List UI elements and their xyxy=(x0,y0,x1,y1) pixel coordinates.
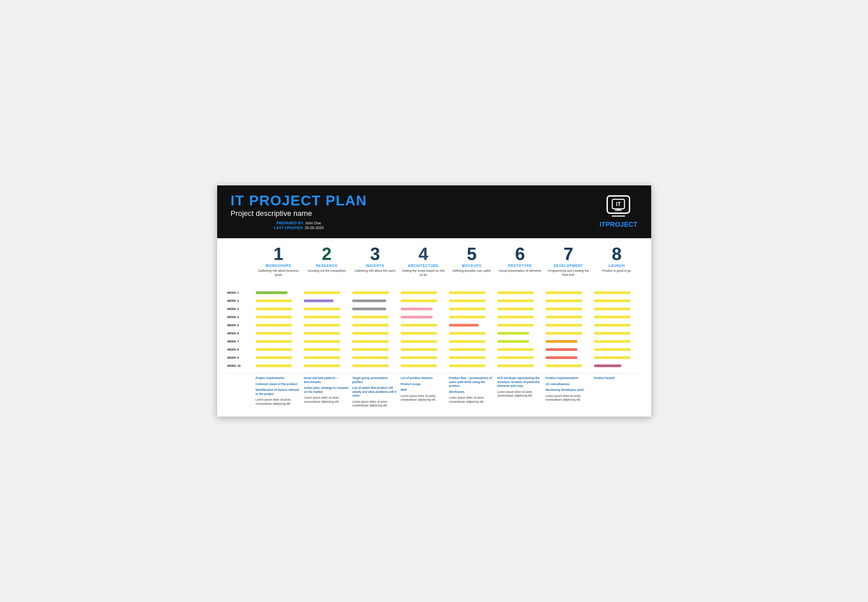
gantt-cell-10-4 xyxy=(399,364,448,368)
gantt-cell-3-1 xyxy=(255,307,303,311)
deliverables-col-1: Project requirements Coherent vision of … xyxy=(255,376,303,410)
deliverable-5-2: Wireframes xyxy=(449,390,495,394)
gantt-cell-9-6 xyxy=(496,356,544,360)
deliverables-section: Project requirements Coherent vision of … xyxy=(227,373,641,410)
gantt-cell-7-3 xyxy=(351,339,399,344)
deliverables-col-6: Hi-fi mockups representing the structure… xyxy=(496,376,544,410)
bar-10-7 xyxy=(546,364,582,367)
phase-name-7: DEVELOPMENT xyxy=(546,264,591,268)
gantt-cell-1-3 xyxy=(351,291,399,295)
gantt-cell-8-6 xyxy=(496,347,544,352)
gantt-cell-7-5 xyxy=(448,339,496,344)
gantt-cell-4-4 xyxy=(399,315,448,319)
phase-name-1: WORKSHOPS xyxy=(256,264,301,268)
bar-8-2 xyxy=(304,348,340,351)
gantt-cell-3-2 xyxy=(302,307,351,311)
header-left: IT PROJECT PLAN Project descriptive name… xyxy=(231,194,367,230)
gantt-cell-4-2 xyxy=(302,315,351,319)
gantt-cell-6-7 xyxy=(544,331,593,335)
logo-brand-text: ITPROJECT xyxy=(600,221,637,229)
page: IT PROJECT PLAN Project descriptive name… xyxy=(217,186,651,416)
gantt-cell-2-6 xyxy=(496,299,544,303)
bar-8-3 xyxy=(352,348,389,351)
deliverable-7-2: UX consultancies xyxy=(546,382,591,386)
bar-3-7 xyxy=(546,307,582,310)
gantt-row-week10: WEEK 10 xyxy=(227,362,641,370)
deliverable-2-2: Action plan, strategy to compete on the … xyxy=(304,386,350,394)
gantt-cell-6-6 xyxy=(496,331,544,335)
bar-2-6 xyxy=(497,299,534,302)
phase-desc-3: Gathering info about the users xyxy=(352,269,398,285)
gantt-cell-10-8 xyxy=(593,364,641,368)
bar-10-5 xyxy=(449,364,485,367)
phase-header-1: 1 WORKSHOPS Gathering info about busines… xyxy=(255,245,303,285)
gantt-cell-9-1 xyxy=(255,356,303,360)
phase-header-7: 7 DEVELOPMENT Programming and creating t… xyxy=(544,245,593,285)
deliverables-col-4: List of product features Product scope M… xyxy=(399,376,448,410)
deliverable-6-2: Lorem ipsum dolor sit amet, consectetuer… xyxy=(497,390,543,398)
phase-name-5: MOCKUPS xyxy=(449,264,495,268)
gantt-cell-9-7 xyxy=(544,356,593,360)
bar-10-8 xyxy=(594,364,621,367)
deliverable-4-3: MVP xyxy=(400,388,446,392)
gantt-cell-1-1 xyxy=(255,291,303,295)
deliverables-col-8: Product launch xyxy=(593,376,641,410)
bar-8-5 xyxy=(449,348,485,351)
bar-10-3 xyxy=(352,364,389,367)
gantt-cell-2-1 xyxy=(255,299,303,303)
gantt-cell-10-2 xyxy=(302,364,351,368)
bar-4-5 xyxy=(449,316,485,318)
gantt-cell-8-7 xyxy=(544,347,593,352)
gantt-cell-9-5 xyxy=(448,356,496,360)
gantt-cell-1-7 xyxy=(544,291,593,295)
deliverable-4-2: Product scope xyxy=(400,382,446,386)
week-label-5: WEEK 5 xyxy=(227,324,255,327)
gantt-row-week8: WEEK 8 xyxy=(227,346,641,354)
gantt-cell-2-4 xyxy=(399,299,448,303)
phase-header-8: 8 LAUNCH Product is good to go xyxy=(593,245,641,285)
gantt-cell-2-7 xyxy=(544,299,593,303)
phase-desc-2: Scouting out the competition xyxy=(304,269,350,285)
bar-4-6 xyxy=(497,316,534,318)
deliverable-1-1: Project requirements xyxy=(256,376,301,380)
bar-4-8 xyxy=(594,316,630,318)
gantt-cell-6-5 xyxy=(448,331,496,335)
phase-header-6: 6 PROTOTYPE Visual presentation of eleme… xyxy=(496,245,544,285)
gantt-row-week5: WEEK 5 xyxy=(227,321,641,329)
bar-2-1 xyxy=(256,299,292,302)
prepared-by-row: PREPARED BY: John Doe xyxy=(231,221,367,225)
gantt-row-week1: WEEK 1 xyxy=(227,289,641,297)
week-label-1: WEEK 1 xyxy=(227,291,255,295)
gantt-cell-10-3 xyxy=(351,364,399,368)
gantt-cell-9-4 xyxy=(399,356,448,360)
bar-1-2 xyxy=(304,291,340,294)
phase-desc-1: Gathering info about business goals xyxy=(256,269,301,285)
phase-name-4: ARCHITECTURE xyxy=(400,264,446,268)
gantt-cell-4-6 xyxy=(496,315,544,319)
phase-number-8: 8 xyxy=(594,245,639,263)
gantt-cell-6-1 xyxy=(255,331,303,335)
deliverable-8-1: Product launch xyxy=(594,376,639,380)
phase-desc-7: Programming and creating the final look xyxy=(546,269,591,285)
deliverable-4-4: Lorem ipsum dolor sit amet, consectetuer… xyxy=(400,394,446,402)
gantt-cell-5-3 xyxy=(351,323,399,327)
bar-9-5 xyxy=(449,356,485,359)
deliverables-col-5: Product flow – presentations of users pa… xyxy=(448,376,496,410)
bar-3-2 xyxy=(304,307,340,310)
deliverable-7-3: Monitoring developers work xyxy=(546,388,591,392)
deliverable-1-4: Lorem ipsum dolor sit amet, consectetuer… xyxy=(256,398,301,406)
phase-header-2: 2 RESEARCH Scouting out the competition xyxy=(302,245,351,285)
bar-8-4 xyxy=(400,348,437,351)
phase-name-6: PROTOTYPE xyxy=(497,264,543,268)
bar-6-7 xyxy=(546,332,582,335)
deliverables-col-2: Good and bad patterns – benchmarks Actio… xyxy=(302,376,351,410)
bar-2-4 xyxy=(400,299,437,302)
bar-9-2 xyxy=(304,356,340,359)
gantt-section: WEEK 1 WEEK 2 xyxy=(227,289,641,370)
bar-1-5 xyxy=(449,291,485,294)
bar-10-1 xyxy=(256,364,292,367)
bar-10-2 xyxy=(304,364,340,367)
phase-number-3: 3 xyxy=(352,245,398,263)
bar-10-4 xyxy=(400,364,437,367)
gantt-cell-6-2 xyxy=(302,331,351,335)
